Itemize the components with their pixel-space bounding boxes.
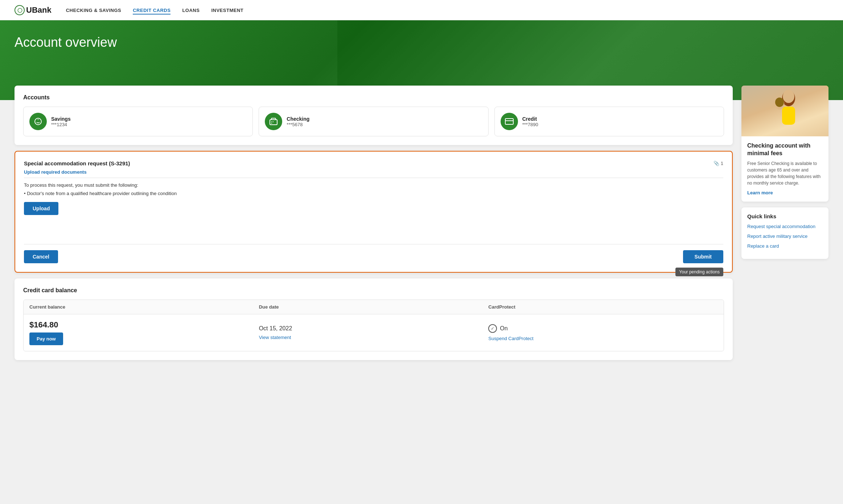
accommodation-card: Special accommodation request (S-3291) 📎… <box>15 151 733 273</box>
checkmark-icon: ✓ <box>488 324 497 333</box>
cardprotect-col: ✓ On Suspend CardProtect <box>488 324 718 341</box>
credit-number: ***7890 <box>522 122 538 127</box>
logo[interactable]: ◯ UBank <box>15 5 52 15</box>
credit-name: Credit <box>522 116 538 122</box>
nav-links: CHECKING & SAVINGS CREDIT CARDS LOANS IN… <box>66 7 244 13</box>
svg-point-8 <box>775 98 784 107</box>
upload-button[interactable]: Upload <box>24 202 58 215</box>
nav-checking-savings[interactable]: CHECKING & SAVINGS <box>66 8 122 13</box>
attachment-badge: 📎 1 <box>714 161 723 166</box>
account-item-checking[interactable]: Checking ***5678 <box>259 107 488 136</box>
submit-button[interactable]: Submit <box>683 250 723 263</box>
doc-item: • Doctor's note from a qualified healthc… <box>24 191 723 196</box>
promo-card: Checking account with minimal fees Free … <box>741 86 828 202</box>
learn-more-link[interactable]: Learn more <box>747 190 773 195</box>
savings-icon <box>29 113 47 130</box>
cancel-button[interactable]: Cancel <box>24 250 58 263</box>
instruction-text: To process this request, you must submit… <box>24 182 723 188</box>
pay-now-button[interactable]: Pay now <box>29 332 63 345</box>
accommodation-header: Special accommodation request (S-3291) 📎… <box>24 160 723 166</box>
promo-image <box>741 86 828 136</box>
col-header-due: Due date <box>259 304 489 310</box>
svg-point-0 <box>35 118 41 125</box>
checking-icon <box>265 113 282 130</box>
credit-balance-card: Credit card balance Current balance Due … <box>15 278 733 360</box>
cardprotect-label: On <box>500 325 507 332</box>
credit-balance-title: Credit card balance <box>23 287 724 294</box>
credit-icon <box>501 113 518 130</box>
checking-name: Checking <box>287 116 309 122</box>
checking-number: ***5678 <box>287 122 309 127</box>
right-column: Checking account with minimal fees Free … <box>741 86 828 360</box>
accommodation-footer: Cancel Submit Your pending actions <box>24 244 723 263</box>
nav-investment[interactable]: INVESTMENT <box>211 8 243 13</box>
cardprotect-status: ✓ On <box>488 324 718 333</box>
quick-links-card: Quick links Request special accommodatio… <box>741 207 828 259</box>
pending-actions-tooltip: Your pending actions <box>675 268 723 276</box>
quick-link-accommodation[interactable]: Request special accommodation <box>747 224 823 229</box>
credit-table: Current balance Due date CardProtect $16… <box>23 299 724 351</box>
quick-link-military[interactable]: Report active military service <box>747 234 823 239</box>
savings-name: Savings <box>51 116 71 122</box>
promo-content: Checking account with minimal fees Free … <box>741 136 828 202</box>
accounts-title: Accounts <box>23 94 724 101</box>
svg-rect-2 <box>505 119 513 124</box>
nav-loans[interactable]: LOANS <box>182 8 200 13</box>
savings-info: Savings ***1234 <box>51 116 71 127</box>
paperclip-icon: 📎 <box>714 161 719 166</box>
promo-description: Free Senior Checking is available to cus… <box>747 160 823 186</box>
logo-text: UBank <box>26 5 52 15</box>
suspend-cardprotect-link[interactable]: Suspend CardProtect <box>488 336 533 341</box>
promo-title: Checking account with minimal fees <box>747 142 823 157</box>
credit-table-row: $164.80 Pay now Oct 15, 2022 View statem… <box>24 314 724 351</box>
nav-credit-cards[interactable]: CREDIT CARDS <box>133 8 170 15</box>
submit-wrapper: Submit Your pending actions <box>683 250 723 263</box>
col-header-balance: Current balance <box>29 304 259 310</box>
accounts-row: Savings ***1234 Checking <box>23 107 724 136</box>
view-statement-link[interactable]: View statement <box>259 335 291 340</box>
checking-info: Checking ***5678 <box>287 116 309 127</box>
left-column: Accounts Savings ***1234 <box>15 86 733 360</box>
account-item-savings[interactable]: Savings ***1234 <box>23 107 253 136</box>
credit-info: Credit ***7890 <box>522 116 538 127</box>
quick-links-title: Quick links <box>747 213 823 219</box>
logo-icon: ◯ <box>15 5 25 15</box>
main-layout: Accounts Savings ***1234 <box>0 86 843 375</box>
promo-illustration <box>767 89 803 136</box>
svg-point-5 <box>783 90 794 103</box>
savings-number: ***1234 <box>51 122 71 127</box>
svg-rect-6 <box>782 107 795 125</box>
balance-col: $164.80 Pay now <box>29 320 259 345</box>
accounts-card: Accounts Savings ***1234 <box>15 86 733 145</box>
due-date: Oct 15, 2022 <box>259 325 489 332</box>
due-date-col: Oct 15, 2022 View statement <box>259 325 489 340</box>
page-title: Account overview <box>15 35 828 50</box>
account-item-credit[interactable]: Credit ***7890 <box>494 107 724 136</box>
credit-table-header: Current balance Due date CardProtect <box>24 300 724 314</box>
accommodation-title: Special accommodation request (S-3291) <box>24 160 130 166</box>
upload-section-label: Upload required documents <box>24 169 723 178</box>
col-header-cardprotect: CardProtect <box>488 304 718 310</box>
attachment-count: 1 <box>721 161 723 166</box>
balance-amount: $164.80 <box>29 320 259 330</box>
quick-link-replace-card[interactable]: Replace a card <box>747 243 823 249</box>
navigation: ◯ UBank CHECKING & SAVINGS CREDIT CARDS … <box>0 0 843 20</box>
